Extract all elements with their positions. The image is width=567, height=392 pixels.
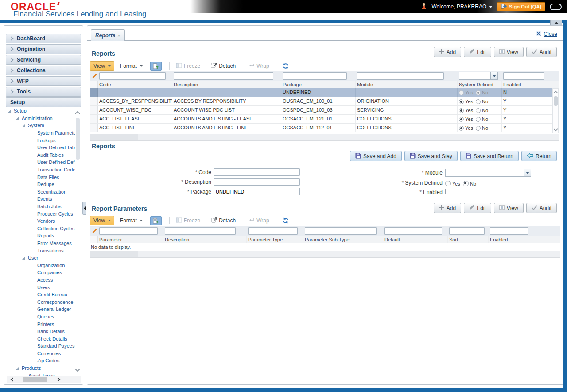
tree-item-access[interactable]: Access: [4, 276, 75, 284]
tree-item-data-files[interactable]: Data Files: [4, 173, 75, 181]
table-row[interactable]: ACCOUNT_WISE_PDC ACCOUNT WISE PDC LIST O…: [90, 106, 559, 115]
sidebar-item-setup[interactable]: Setup: [6, 97, 81, 107]
tree-item-currencies[interactable]: Currencies: [4, 350, 75, 357]
sign-out-button[interactable]: Sign Out [QA]: [497, 2, 545, 11]
edit-button[interactable]: Edit: [464, 203, 491, 213]
tree-item-batch-jobs[interactable]: Batch Jobs: [4, 203, 75, 210]
scroll-left-icon[interactable]: [10, 377, 14, 382]
scroll-down-icon[interactable]: [553, 127, 558, 133]
tree-item-bank-details[interactable]: Bank Details: [4, 328, 75, 335]
save-and-return-button[interactable]: Save and Return: [460, 151, 519, 161]
sidebar-item-origination[interactable]: Origination: [6, 44, 81, 54]
sidebar-item-tools[interactable]: Tools: [6, 87, 81, 97]
detach-button[interactable]: Detach: [208, 216, 239, 225]
scroll-right-icon[interactable]: [57, 377, 61, 382]
tree-item-transaction-codes[interactable]: Transaction Code: [4, 166, 75, 174]
enabled-checkbox[interactable]: [445, 189, 450, 194]
table-row[interactable]: ACCESS_BY_RESPPONSIBILITY ACCESS BY RESP…: [90, 97, 559, 106]
column-header-parameter-sub-type[interactable]: Parameter Sub Type: [303, 236, 383, 243]
welcome-user-menu[interactable]: Welcome, PRAKRRAO: [431, 4, 493, 10]
column-header-default[interactable]: Default: [383, 236, 448, 243]
edit-button[interactable]: Edit: [464, 47, 491, 57]
add-button[interactable]: Add: [434, 203, 461, 213]
view-menu-button[interactable]: View: [90, 216, 114, 225]
radio-yes[interactable]: [459, 108, 464, 113]
sidebar-item-collections[interactable]: Collections: [6, 66, 81, 75]
description-filter-input[interactable]: [165, 227, 236, 235]
column-header-code[interactable]: Code: [98, 81, 172, 88]
table-row-selected[interactable]: UNDEFINED YesNo N: [90, 88, 559, 97]
tree-item-system-parameters[interactable]: System Paramete: [4, 129, 75, 137]
format-menu-button[interactable]: Format: [117, 216, 146, 225]
tree-item-system[interactable]: System: [4, 122, 75, 129]
sidebar-item-servicing[interactable]: Servicing: [6, 55, 81, 65]
radio-no[interactable]: [476, 108, 481, 113]
refresh-button[interactable]: [279, 216, 292, 225]
tree-item-check-details[interactable]: Check Details: [4, 335, 75, 342]
query-by-example-button[interactable]: [150, 62, 162, 71]
wrap-button[interactable]: Wrap: [245, 62, 272, 71]
radio-no[interactable]: [476, 99, 481, 104]
tree-item-user[interactable]: User: [4, 254, 75, 262]
radio-no[interactable]: [476, 117, 481, 122]
tab-close-icon[interactable]: ×: [117, 33, 120, 38]
refresh-button[interactable]: [279, 62, 292, 70]
scrollbar-thumb[interactable]: [554, 96, 558, 106]
tree-item-securitization[interactable]: Securitization: [4, 188, 75, 196]
enabled-filter-input[interactable]: [490, 227, 528, 235]
tree-item-setup[interactable]: Setup: [4, 107, 75, 115]
reports-table-vertical-scrollbar[interactable]: [552, 88, 559, 133]
radio-yes[interactable]: [459, 117, 464, 122]
system-defined-filter-select[interactable]: [459, 72, 498, 80]
tree-item-correspondence[interactable]: Correspondence: [4, 298, 75, 306]
tree-item-dedupe[interactable]: Dedupe: [4, 181, 75, 188]
column-header-module[interactable]: Module: [356, 81, 458, 88]
parameter-sub-type-filter-input[interactable]: [305, 227, 377, 235]
tree-item-products[interactable]: Products: [4, 365, 75, 372]
column-header-parameter-type[interactable]: Parameter Type: [247, 236, 303, 243]
module-filter-input[interactable]: [357, 72, 444, 80]
tab-reports[interactable]: Reports ×: [91, 29, 125, 41]
tree-item-standard-payees[interactable]: Standard Payees: [4, 342, 75, 350]
tree-item-error-messages[interactable]: Error Messages: [4, 240, 75, 247]
code-field-input[interactable]: [214, 168, 300, 176]
scrollbar-thumb[interactable]: [76, 118, 80, 160]
tree-item-translations[interactable]: Translations: [4, 247, 75, 254]
view-button[interactable]: View: [494, 203, 524, 213]
radio-yes[interactable]: [459, 126, 464, 131]
radio-no[interactable]: [476, 126, 481, 131]
table-row[interactable]: ACC_LIST_LINE ACCOUNTS AND LISTING - LIN…: [90, 124, 559, 132]
sidebar-item-dashboard[interactable]: DashBoard: [6, 34, 81, 43]
sidebar-item-wfp[interactable]: WFP: [6, 76, 81, 86]
wrap-button[interactable]: Wrap: [245, 216, 272, 225]
freeze-button[interactable]: Freeze: [173, 62, 203, 71]
tree-item-audit-tables[interactable]: Audit Tables: [4, 151, 75, 159]
status-pill-icon[interactable]: [550, 4, 562, 10]
radio-yes[interactable]: [445, 181, 451, 186]
package-field-input[interactable]: [214, 188, 300, 195]
tree-item-events[interactable]: Events: [4, 195, 75, 203]
sort-filter-input[interactable]: [449, 227, 485, 235]
freeze-button[interactable]: Freeze: [173, 216, 203, 225]
radio-no[interactable]: [463, 181, 469, 186]
tree-item-companies[interactable]: Companies: [4, 269, 75, 276]
default-filter-input[interactable]: [384, 227, 442, 235]
column-header-enabled[interactable]: Enabled: [502, 81, 552, 88]
tree-item-producer-cycles[interactable]: Producer Cycles: [4, 210, 75, 217]
audit-button[interactable]: Audit: [526, 47, 557, 57]
detach-button[interactable]: Detach: [208, 62, 239, 71]
radio-yes[interactable]: [459, 99, 464, 104]
parameter-type-filter-input[interactable]: [248, 227, 298, 235]
view-button[interactable]: View: [494, 47, 524, 57]
description-field-input[interactable]: [214, 178, 300, 186]
tree-item-reports[interactable]: Reports: [4, 232, 75, 240]
column-header-description[interactable]: Description: [172, 81, 281, 88]
tree-item-user-defined-tables[interactable]: User Defined Tab: [4, 144, 75, 151]
tree-item-collection-cycles[interactable]: Collection Cycles: [4, 225, 75, 233]
tree-item-vendors[interactable]: Vendors: [4, 217, 75, 225]
scrollbar-thumb[interactable]: [23, 377, 47, 382]
tree-item-lookups[interactable]: Lookups: [4, 136, 75, 144]
close-page-button[interactable]: Close: [536, 31, 557, 38]
tree-item-user-defined-defaults[interactable]: User Defined Def: [4, 159, 75, 166]
format-menu-button[interactable]: Format: [117, 62, 146, 70]
